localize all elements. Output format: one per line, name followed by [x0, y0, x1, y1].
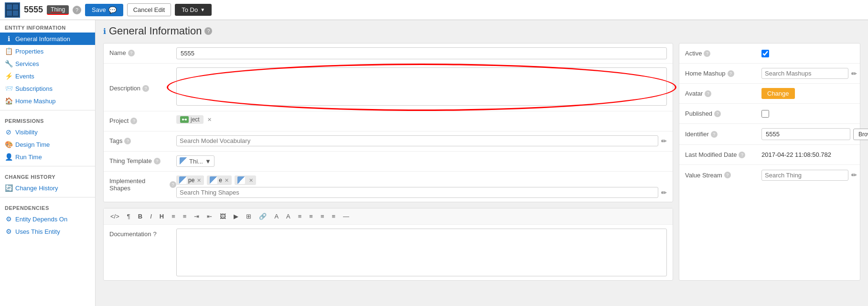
cancel-edit-button[interactable]: Cancel Edit [127, 3, 171, 16]
thing-template-select[interactable]: Thi... ▼ [176, 155, 214, 167]
sidebar-item-label-general: General Information [15, 35, 70, 43]
shapes-edit-icon[interactable]: ✏ [661, 189, 667, 197]
avatar-help-icon[interactable]: ? [705, 90, 711, 97]
sidebar-item-visibility[interactable]: ⊘ Visibility [0, 126, 95, 138]
tags-control-area: ✏ [176, 135, 667, 146]
description-help-icon[interactable]: ? [142, 85, 149, 92]
doc-btn-indent-more[interactable]: ⇥ [191, 211, 202, 221]
tags-search-wrap [176, 135, 658, 146]
project-remove-icon[interactable]: ✕ [207, 117, 212, 123]
doc-help-icon[interactable]: ? [153, 230, 156, 238]
impl-shapes-help-icon[interactable]: ? [170, 181, 176, 188]
doc-btn-highlight[interactable]: A [283, 211, 293, 221]
shape-3-remove[interactable]: ✕ [249, 177, 253, 184]
todo-label: To Do [182, 6, 198, 13]
avatar-row: Avatar ? Change [679, 84, 860, 104]
general-info-form: Name ? Description ? [103, 43, 673, 202]
project-help-icon[interactable]: ? [130, 118, 137, 124]
tags-edit-icon[interactable]: ✏ [661, 137, 667, 145]
project-control-area: ject ✕ [176, 115, 667, 124]
doc-btn-video[interactable]: ▶ [231, 211, 241, 221]
home-mashup-input[interactable] [765, 70, 845, 77]
doc-btn-heading[interactable]: H [157, 211, 167, 221]
content-area: ℹ General Information ? Name ? [96, 20, 868, 306]
name-input[interactable] [176, 47, 667, 59]
doc-btn-indent-less[interactable]: ⇤ [204, 211, 215, 221]
doc-btn-align-center[interactable]: ≡ [306, 211, 316, 221]
thing-template-dropdown-arrow: ▼ [205, 158, 211, 165]
sidebar-item-change-history[interactable]: 🔄 Change History [0, 182, 95, 194]
avatar-change-button[interactable]: Change [761, 88, 795, 99]
published-checkbox[interactable] [761, 110, 769, 118]
shape-name-1: pe [188, 177, 194, 184]
sidebar-item-uses-this-entity[interactable]: ⚙ Uses This Entity [0, 225, 95, 238]
sidebar-item-subscriptions[interactable]: 📨 Subscriptions [0, 82, 95, 95]
doc-btn-font-color[interactable]: A [271, 211, 281, 221]
sidebar-item-services[interactable]: 🔧 Services [0, 57, 95, 70]
doc-btn-link[interactable]: 🔗 [256, 211, 269, 221]
shapes-search-input[interactable] [180, 189, 655, 196]
doc-btn-bold[interactable]: B [135, 211, 145, 221]
last-modified-help-icon[interactable]: ? [739, 152, 745, 158]
page-title-help[interactable]: ? [204, 27, 212, 35]
sidebar-item-events[interactable]: ⚡ Events [0, 70, 95, 82]
shape-icon-1 [179, 176, 187, 184]
shape-tag-1: pe ✕ [176, 175, 204, 185]
sidebar-item-properties[interactable]: 📋 Properties [0, 45, 95, 57]
sidebar-item-label-events: Events [15, 73, 34, 80]
published-help-icon[interactable]: ? [714, 110, 721, 117]
sidebar-item-home-mashup[interactable]: 🏠 Home Mashup [0, 95, 95, 107]
name-help-icon[interactable]: ? [128, 50, 135, 56]
tags-help-icon[interactable]: ? [124, 138, 131, 144]
doc-btn-image[interactable]: 🖼 [217, 211, 229, 221]
doc-btn-justify[interactable]: ≡ [329, 211, 339, 221]
active-help-icon[interactable]: ? [704, 50, 710, 57]
sidebar-item-design-time[interactable]: 🎨 Design Time [0, 138, 95, 151]
thing-template-help-icon[interactable]: ? [154, 158, 161, 164]
value-stream-edit-icon[interactable]: ✏ [851, 171, 857, 179]
doc-btn-paragraph[interactable]: ¶ [124, 211, 133, 221]
svg-rect-2 [13, 4, 18, 10]
identifier-input[interactable] [761, 128, 850, 140]
sidebar-section-dependencies: DEPENDENCIES [0, 200, 95, 213]
browse-button[interactable]: Browse... [853, 129, 868, 140]
sidebar-item-run-time[interactable]: 👤 Run Time [0, 151, 95, 163]
home-mashup-edit-icon[interactable]: ✏ [851, 70, 857, 77]
description-textarea[interactable] [176, 67, 667, 106]
home-mashup-help-icon[interactable]: ? [728, 70, 734, 77]
published-control [761, 110, 854, 118]
description-label: Description ? [109, 83, 176, 92]
entity-depends-on-icon: ⚙ [5, 215, 12, 223]
doc-btn-align-left[interactable]: ≡ [295, 211, 305, 221]
thing-template-icon [180, 157, 187, 165]
sidebar-item-entity-depends-on[interactable]: ⚙ Entity Depends On [0, 213, 95, 225]
doc-btn-hr[interactable]: — [340, 211, 352, 221]
save-button[interactable]: Save 💬 [85, 4, 123, 16]
last-modified-row: Last Modified Date ? 2017-04-22 11:08:50… [679, 145, 860, 165]
shape-2-remove[interactable]: ✕ [225, 177, 229, 184]
doc-btn-italic[interactable]: I [147, 211, 155, 221]
doc-btn-ol[interactable]: ≡ [180, 211, 190, 221]
content-grid: Name ? Description ? [103, 43, 860, 281]
documentation-content[interactable] [176, 229, 667, 276]
value-stream-help-icon[interactable]: ? [724, 172, 731, 178]
sidebar-item-general-information[interactable]: ℹ General Information [0, 33, 95, 45]
shape-1-remove[interactable]: ✕ [197, 177, 201, 184]
active-checkbox[interactable] [761, 50, 769, 57]
doc-btn-align-right[interactable]: ≡ [318, 211, 327, 221]
save-label: Save [92, 6, 106, 13]
doc-btn-code[interactable]: </> [107, 211, 122, 221]
value-stream-input[interactable] [765, 172, 845, 179]
identifier-help-icon[interactable]: ? [711, 131, 718, 138]
shapes-search-wrap [176, 187, 658, 198]
shape-tag-2: e ✕ [207, 175, 232, 185]
page-title-text: General Information [109, 25, 202, 37]
chat-icon: 💬 [108, 6, 117, 14]
doc-btn-table[interactable]: ⊞ [243, 211, 254, 221]
events-icon: ⚡ [5, 72, 12, 80]
properties-icon: 📋 [5, 47, 12, 55]
doc-btn-ul[interactable]: ≡ [169, 211, 178, 221]
todo-button[interactable]: To Do ▼ [175, 4, 212, 16]
tags-search-input[interactable] [180, 137, 655, 144]
entity-help-icon[interactable]: ? [73, 6, 81, 14]
